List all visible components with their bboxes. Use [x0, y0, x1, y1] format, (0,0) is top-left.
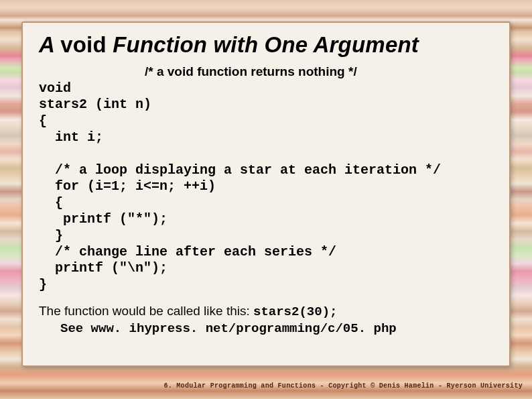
title-void: void — [60, 32, 113, 57]
call-code: stars2(30); — [253, 304, 337, 319]
call-line: The function would be called like this: … — [39, 302, 493, 321]
code-block: void stars2 (int n) { int i; /* a loop d… — [39, 80, 493, 293]
see-line: See www. ihypress. net/programming/c/05.… — [60, 321, 493, 336]
slide-title: A void Function with One Argument — [39, 32, 493, 58]
call-text-pre: The function would be called like this: — [39, 304, 253, 318]
footer-text: 6. Modular Programming and Functions - C… — [163, 382, 523, 390]
slide-frame: A void Function with One Argument /* a v… — [21, 21, 511, 367]
comment-top: /* a void function returns nothing */ — [145, 64, 493, 79]
title-rest: Function with One Argument — [113, 32, 419, 57]
title-a: A — [39, 32, 60, 57]
